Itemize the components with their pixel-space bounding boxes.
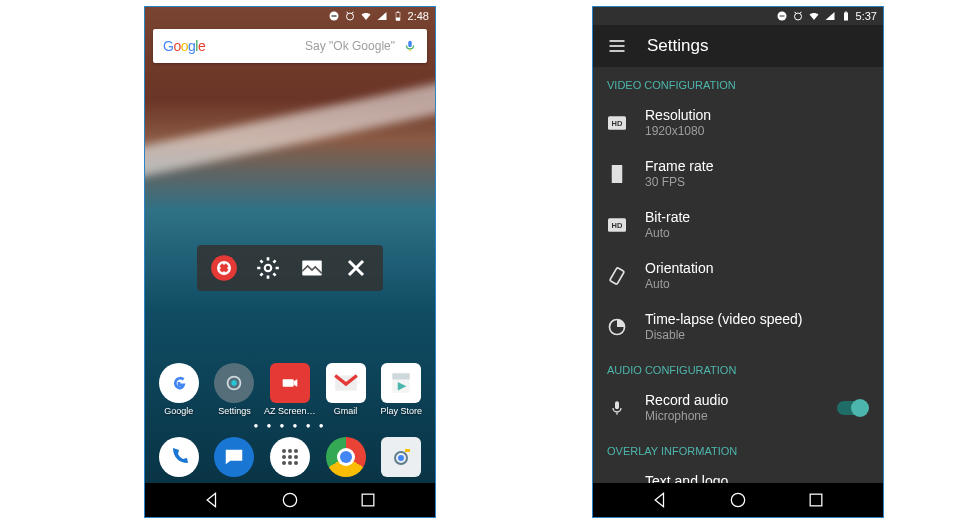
app-messenger[interactable] <box>208 437 260 477</box>
voice-hint[interactable]: Say "Ok Google" <box>305 39 417 53</box>
status-time: 5:37 <box>856 10 877 22</box>
svg-point-8 <box>211 255 237 281</box>
svg-rect-38 <box>610 168 612 170</box>
nav-home[interactable] <box>280 490 300 510</box>
setting-subtitle: 30 FPS <box>645 175 869 189</box>
setting-row[interactable]: Time-lapse (video speed)Disable <box>593 301 883 352</box>
svg-point-17 <box>294 449 298 453</box>
nav-recents[interactable] <box>358 490 378 510</box>
film-icon <box>607 165 627 183</box>
svg-point-27 <box>283 493 296 506</box>
svg-point-21 <box>282 461 286 465</box>
svg-rect-7 <box>409 50 410 52</box>
svg-rect-26 <box>405 449 410 452</box>
battery-icon <box>392 10 404 22</box>
svg-rect-32 <box>844 13 848 21</box>
setting-title: Bit-rate <box>645 209 869 225</box>
home-screen: 2:48 Google Say "Ok Google" Google Setti… <box>144 6 436 518</box>
svg-rect-55 <box>810 494 822 506</box>
app-label: Settings <box>208 406 260 416</box>
signal-icon <box>824 10 836 22</box>
rotate-icon <box>607 266 627 286</box>
app-camera[interactable] <box>375 437 427 477</box>
alarm-icon <box>792 10 804 22</box>
setting-row[interactable]: OrientationAuto <box>593 250 883 301</box>
recorder-overlay-toolbar[interactable] <box>197 245 383 291</box>
close-button[interactable] <box>341 253 371 283</box>
setting-title: Orientation <box>645 260 869 276</box>
wifi-icon <box>360 10 372 22</box>
status-time: 2:48 <box>408 10 429 22</box>
svg-rect-33 <box>845 12 847 13</box>
setting-text: Resolution1920x1080 <box>645 107 869 138</box>
svg-point-20 <box>294 455 298 459</box>
app-chrome[interactable] <box>320 437 372 477</box>
settings-list: VIDEO CONFIGURATIONHDResolution1920x1080… <box>593 67 883 514</box>
app-phone[interactable] <box>153 437 205 477</box>
hd-icon: HD <box>607 218 627 232</box>
svg-rect-49 <box>610 267 625 284</box>
setting-subtitle: Auto <box>645 226 869 240</box>
nav-home[interactable] <box>728 490 748 510</box>
app-bar: Settings <box>593 25 883 67</box>
section-header: OVERLAY INFORMATION <box>593 433 883 463</box>
setting-text: Bit-rateAuto <box>645 209 869 240</box>
svg-point-23 <box>294 461 298 465</box>
setting-subtitle: 1920x1080 <box>645 124 869 138</box>
setting-row[interactable]: HDResolution1920x1080 <box>593 97 883 148</box>
gallery-button[interactable] <box>297 253 327 283</box>
toggle-switch[interactable] <box>837 401 867 415</box>
settings-screen: 5:37 Settings VIDEO CONFIGURATIONHDResol… <box>592 6 884 518</box>
battery-icon <box>840 10 852 22</box>
svg-rect-41 <box>610 177 612 179</box>
svg-rect-44 <box>623 171 625 173</box>
app-gmail[interactable]: Gmail <box>320 363 372 416</box>
app-google[interactable]: Google <box>153 363 205 416</box>
setting-row[interactable]: HDBit-rateAuto <box>593 199 883 250</box>
setting-subtitle: Auto <box>645 277 869 291</box>
nav-recents[interactable] <box>806 490 826 510</box>
dnd-icon <box>328 10 340 22</box>
record-button[interactable] <box>209 253 239 283</box>
svg-point-22 <box>288 461 292 465</box>
settings-button[interactable] <box>253 253 283 283</box>
svg-point-19 <box>288 455 292 459</box>
app-play-store[interactable]: Play Store <box>375 363 427 416</box>
app-az-recorder[interactable]: AZ Screen R... <box>264 363 316 416</box>
svg-point-13 <box>232 380 238 386</box>
section-header: VIDEO CONFIGURATION <box>593 67 883 97</box>
setting-subtitle: Microphone <box>645 409 819 423</box>
svg-point-18 <box>282 455 286 459</box>
svg-rect-6 <box>408 41 412 47</box>
setting-row[interactable]: Record audioMicrophone <box>593 382 883 433</box>
google-logo: Google <box>163 38 205 54</box>
nav-back[interactable] <box>203 490 223 510</box>
setting-row[interactable]: Frame rate30 FPS <box>593 148 883 199</box>
nav-back[interactable] <box>651 490 671 510</box>
page-title: Settings <box>647 36 708 56</box>
app-label: Google <box>153 406 205 416</box>
section-header: AUDIO CONFIGURATION <box>593 352 883 382</box>
app-settings[interactable]: Settings <box>208 363 260 416</box>
setting-title: Time-lapse (video speed) <box>645 311 869 327</box>
app-drawer[interactable] <box>264 437 316 477</box>
svg-rect-43 <box>623 168 625 170</box>
nav-bar <box>145 483 435 517</box>
svg-rect-40 <box>610 174 612 176</box>
svg-rect-46 <box>623 177 625 179</box>
wifi-icon <box>808 10 820 22</box>
setting-title: Resolution <box>645 107 869 123</box>
dock <box>145 437 435 477</box>
menu-button[interactable] <box>607 36 627 56</box>
svg-rect-4 <box>396 18 400 21</box>
mic-icon <box>607 398 627 418</box>
dnd-icon <box>776 10 788 22</box>
app-label: Gmail <box>320 406 372 416</box>
mic-icon <box>403 39 417 53</box>
setting-text: Record audioMicrophone <box>645 392 819 423</box>
google-search-bar[interactable]: Google Say "Ok Google" <box>153 29 427 63</box>
svg-rect-51 <box>615 401 619 409</box>
svg-rect-39 <box>610 171 612 173</box>
page-indicator: ● ● ● ● ● ● <box>145 421 435 430</box>
svg-point-25 <box>398 455 404 461</box>
